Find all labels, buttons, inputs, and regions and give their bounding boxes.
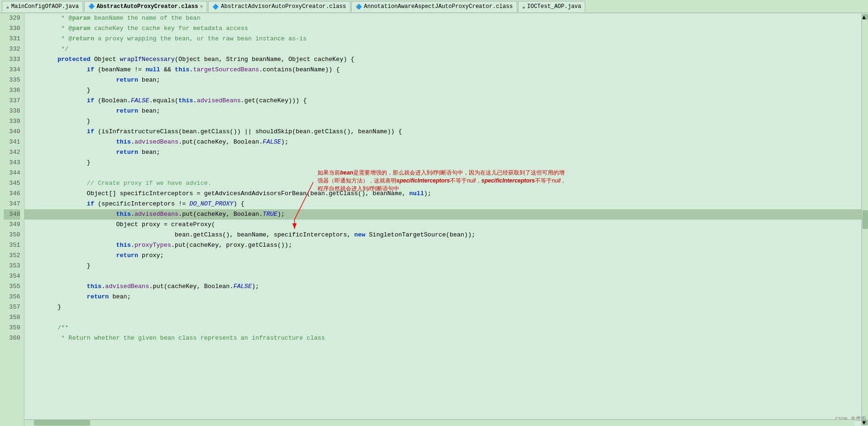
line-349: 349 bbox=[4, 220, 20, 230]
line-numbers: 329 330 331 332 333 334 335 336 337 338 … bbox=[0, 13, 24, 426]
code-line-343: } bbox=[24, 158, 861, 168]
code-line-356: return bean; bbox=[24, 292, 861, 302]
code-line-335: return bean; bbox=[24, 75, 861, 85]
line-334: 334 bbox=[4, 65, 20, 75]
line-360: 360 bbox=[4, 333, 20, 343]
tab-label: AbstractAutoProxyCreator.class bbox=[97, 3, 198, 10]
line-345: 345 bbox=[4, 178, 20, 189]
code-line-353: } bbox=[24, 261, 861, 271]
line-347: 347 bbox=[4, 199, 20, 209]
tab-main-config[interactable]: ☕ MainConfigOfAOP.java bbox=[2, 1, 83, 12]
line-346: 346 bbox=[4, 189, 20, 199]
code-line-339: } bbox=[24, 116, 861, 127]
java-icon: ☕ bbox=[6, 4, 9, 10]
tab-label: MainConfigOfAOP.java bbox=[11, 3, 79, 10]
class-icon: 🔷 bbox=[88, 3, 95, 9]
code-line-330: * @param cacheKey the cache key for meta… bbox=[24, 23, 861, 34]
line-358: 358 bbox=[4, 312, 20, 323]
java-icon2: ☕ bbox=[522, 4, 526, 10]
line-348: 348 bbox=[4, 209, 20, 220]
code-line-348: this.advisedBeans.put(cacheKey, Boolean.… bbox=[24, 209, 861, 220]
line-354: 354 bbox=[4, 271, 20, 281]
line-344: 344 bbox=[4, 168, 20, 178]
line-329: 329 bbox=[4, 13, 20, 23]
line-359: 359 bbox=[4, 323, 20, 333]
tab-label: AbstractAdvisorAutoProxyCreator.class bbox=[221, 3, 346, 10]
line-330: 330 bbox=[4, 23, 20, 34]
line-355: 355 bbox=[4, 281, 20, 292]
code-line-329: * @param beanName the name of the bean bbox=[24, 13, 861, 23]
code-line-354 bbox=[24, 271, 861, 281]
code-line-345: // Create proxy if we have advice. bbox=[24, 178, 861, 189]
code-line-341: this.advisedBeans.put(cacheKey, Boolean.… bbox=[24, 137, 861, 147]
tab-abstract-auto[interactable]: 🔷 AbstractAutoProxyCreator.class ✕ bbox=[84, 1, 208, 12]
code-line-350: bean.getClass(), beanName, specificInter… bbox=[24, 230, 861, 240]
line-341: 341 bbox=[4, 137, 20, 147]
line-338: 338 bbox=[4, 106, 20, 116]
code-line-358 bbox=[24, 312, 861, 323]
line-339: 339 bbox=[4, 116, 20, 127]
code-line-351: this.proxyTypes.put(cacheKey, proxy.getC… bbox=[24, 240, 861, 251]
vertical-scrollbar[interactable]: ▲ ▼ bbox=[861, 13, 868, 426]
code-line-334: if (beanName != null && this.targetSourc… bbox=[24, 65, 861, 75]
code-line-347: if (specificInterceptors != DO_NOT_PROXY… bbox=[24, 199, 861, 209]
line-335: 335 bbox=[4, 75, 20, 85]
line-342: 342 bbox=[4, 147, 20, 158]
class-icon2: 🔷 bbox=[212, 4, 219, 10]
code-line-338: return bean; bbox=[24, 106, 861, 116]
code-line-346: Object[] specificInterceptors = getAdvic… bbox=[24, 189, 861, 199]
code-line-360: * Return whether the given bean class re… bbox=[24, 333, 861, 343]
tab-abstract-advisor[interactable]: 🔷 AbstractAdvisorAutoProxyCreator.class bbox=[208, 1, 350, 12]
code-line-331: * @return a proxy wrapping the bean, or … bbox=[24, 34, 861, 44]
line-343: 343 bbox=[4, 158, 20, 168]
line-353: 353 bbox=[4, 261, 20, 271]
line-332: 332 bbox=[4, 44, 20, 54]
code-line-336: } bbox=[24, 85, 861, 96]
code-line-342: return bean; bbox=[24, 147, 861, 158]
code-line-337: if (Boolean.FALSE.equals(this.advisedBea… bbox=[24, 96, 861, 106]
close-icon[interactable]: ✕ bbox=[200, 3, 203, 9]
code-line-333: protected Object wrapIfNecessary(Object … bbox=[24, 54, 861, 65]
line-351: 351 bbox=[4, 240, 20, 251]
code-line-357: } bbox=[24, 302, 861, 312]
line-340: 340 bbox=[4, 127, 20, 137]
scrollbar-thumb[interactable] bbox=[34, 420, 90, 426]
line-357: 357 bbox=[4, 302, 20, 312]
class-icon3: 🔷 bbox=[356, 4, 362, 10]
tab-label: AnnotationAwareAspectJAutoProxyCreator.c… bbox=[364, 3, 513, 10]
code-content[interactable]: * @param beanName the name of the bean *… bbox=[24, 13, 861, 426]
line-337: 337 bbox=[4, 96, 20, 106]
code-line-355: this.advisedBeans.put(cacheKey, Boolean.… bbox=[24, 281, 861, 292]
line-352: 352 bbox=[4, 251, 20, 261]
code-line-352: return proxy; bbox=[24, 251, 861, 261]
code-line-349: Object proxy = createProxy( bbox=[24, 220, 861, 230]
horizontal-scrollbar[interactable] bbox=[24, 419, 855, 426]
code-line-332: */ bbox=[24, 44, 861, 54]
line-331: 331 bbox=[4, 34, 20, 44]
line-350: 350 bbox=[4, 230, 20, 240]
line-333: 333 bbox=[4, 54, 20, 65]
code-line-359: /** bbox=[24, 323, 861, 333]
tab-label: IOCTest_AOP.java bbox=[527, 3, 581, 10]
code-line-344 bbox=[24, 168, 861, 178]
scroll-thumb[interactable] bbox=[862, 210, 868, 229]
line-356: 356 bbox=[4, 292, 20, 302]
tab-bar: ☕ MainConfigOfAOP.java 🔷 AbstractAutoPro… bbox=[0, 0, 868, 13]
tab-annotation-aware[interactable]: 🔷 AnnotationAwareAspectJAutoProxyCreator… bbox=[351, 1, 517, 12]
tab-ioc-test[interactable]: ☕ IOCTest_AOP.java bbox=[518, 1, 586, 12]
scroll-up[interactable]: ▲ bbox=[862, 14, 868, 20]
code-line-340: if (isInfrastructureClass(bean.getClass(… bbox=[24, 127, 861, 137]
line-336: 336 bbox=[4, 85, 20, 96]
editor-area: 329 330 331 332 333 334 335 336 337 338 … bbox=[0, 13, 868, 426]
